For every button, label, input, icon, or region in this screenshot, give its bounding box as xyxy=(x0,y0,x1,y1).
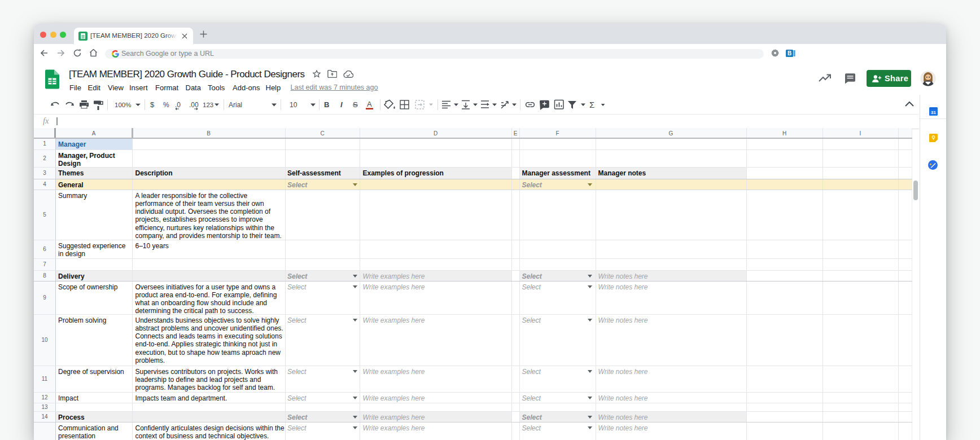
svg-text:A: A xyxy=(367,100,372,108)
svg-text:%: % xyxy=(163,100,169,108)
svg-text:B: B xyxy=(324,100,329,109)
svg-text:Σ: Σ xyxy=(589,100,594,109)
svg-text:I: I xyxy=(340,100,343,109)
svg-text:31: 31 xyxy=(931,110,936,115)
svg-text:S: S xyxy=(353,100,358,109)
svg-text:B: B xyxy=(788,50,791,56)
svg-text:123: 123 xyxy=(203,101,213,108)
svg-text:Arial: Arial xyxy=(229,100,242,108)
svg-text:$: $ xyxy=(150,100,155,109)
svg-text:.00: .00 xyxy=(189,100,199,108)
svg-text:10: 10 xyxy=(290,100,298,108)
svg-text:.0: .0 xyxy=(175,100,181,108)
svg-text:100%: 100% xyxy=(115,101,131,108)
